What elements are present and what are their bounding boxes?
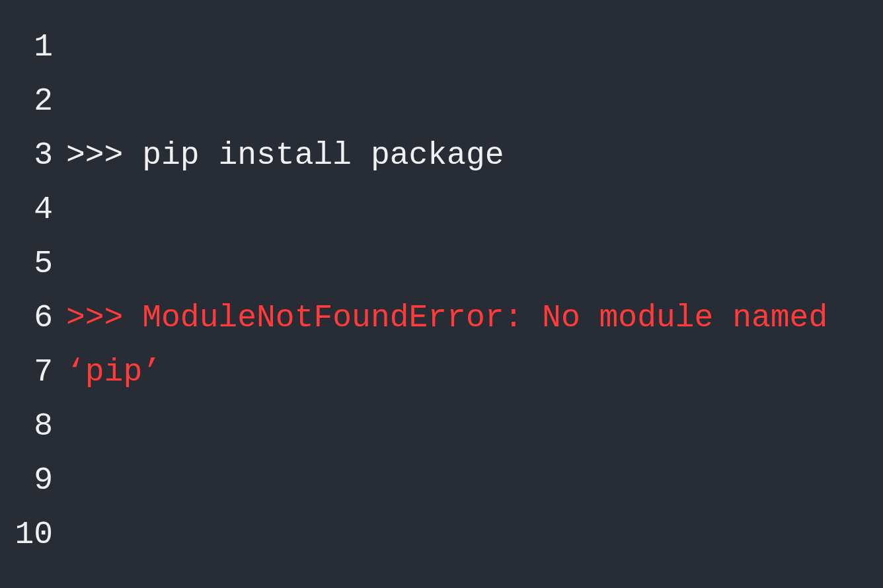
line-number: 4 — [0, 182, 53, 237]
line-number-gutter: 1 2 3 4 5 6 7 8 9 10 — [0, 20, 66, 588]
line-number: 6 — [0, 291, 53, 345]
line-number: 3 — [0, 128, 53, 182]
line-number: 8 — [0, 399, 53, 453]
code-editor[interactable]: 1 2 3 4 5 6 7 8 9 10 >>> pip install pac… — [0, 0, 883, 588]
code-line-4[interactable] — [66, 182, 857, 237]
line-number: 9 — [0, 453, 53, 507]
code-line-5[interactable] — [66, 237, 857, 291]
line-number: 7 — [0, 345, 53, 399]
line-number: 5 — [0, 237, 53, 291]
code-line-2[interactable] — [66, 74, 857, 128]
code-line-9[interactable] — [66, 453, 857, 507]
code-line-6-7-error[interactable]: >>> ModuleNotFoundError: No module named… — [66, 291, 857, 399]
line-number: 1 — [0, 20, 53, 74]
code-line-8[interactable] — [66, 399, 857, 453]
line-number: 2 — [0, 74, 53, 128]
line-number: 10 — [0, 507, 53, 562]
code-line-3-command[interactable]: >>> pip install package — [66, 128, 857, 182]
code-content[interactable]: >>> pip install package >>> ModuleNotFou… — [66, 20, 883, 588]
code-line-1[interactable] — [66, 20, 857, 74]
code-line-10[interactable] — [66, 507, 857, 562]
